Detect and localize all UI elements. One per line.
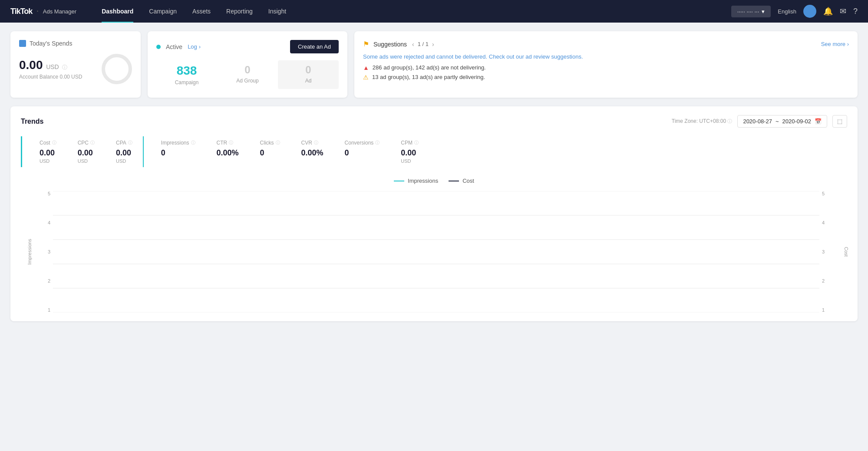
cpa-info-icon[interactable]: ⓘ	[128, 140, 132, 146]
spends-amount-block: 0.00 USD ⓘ Account Balance 0.00 USD	[19, 58, 82, 80]
cpm-value: 0.00	[401, 148, 419, 158]
chevron-down-icon: ▾	[762, 8, 765, 15]
language-selector[interactable]: English	[778, 8, 796, 15]
cpm-info-icon[interactable]: ⓘ	[414, 140, 419, 146]
suggestions-title: Suggestions	[373, 41, 407, 48]
tiktok-logo-text: TikTok	[10, 7, 32, 16]
logo: TikTok · Ads Manager	[10, 7, 76, 16]
cost-legend-line	[449, 181, 459, 181]
y-tick-1: 1	[43, 307, 50, 313]
suggestions-nav: ‹ 1 / 1 ›	[411, 41, 435, 48]
nav-reporting[interactable]: Reporting	[218, 0, 261, 23]
account-label: ····· ···· ···	[737, 8, 759, 15]
suggestions-header: ⚑ Suggestions ‹ 1 / 1 › See more ›	[363, 40, 849, 48]
campaign-count: 838	[163, 64, 210, 78]
cpc-info-icon[interactable]: ⓘ	[90, 140, 95, 146]
y-right-tick-5: 5	[822, 191, 830, 196]
cost-label: Cost	[40, 140, 50, 146]
y-axis-right: 5 4 3 2 1	[819, 191, 830, 313]
warning-text: 13 ad group(s), 13 ad(s) are partly deli…	[372, 74, 485, 80]
help-icon[interactable]: ?	[853, 7, 858, 16]
cvr-value: 0.00%	[301, 148, 323, 158]
trends-header: Trends Time Zone: UTC+08:00 ⓘ 2020-08-27…	[21, 115, 847, 128]
metrics-right-group: Impressions ⓘ 0 CTR ⓘ 0.00% Clicks ⓘ	[144, 136, 847, 167]
sugg-prev-button[interactable]: ‹	[411, 41, 415, 48]
log-label: Log	[188, 43, 197, 50]
y-tick-2: 2	[43, 278, 50, 283]
metric-clicks: Clicks ⓘ 0	[250, 136, 291, 167]
sugg-next-button[interactable]: ›	[431, 41, 435, 48]
nav-dashboard[interactable]: Dashboard	[94, 0, 141, 23]
suggestions-main-alert[interactable]: Some ads were rejected and cannot be del…	[363, 53, 849, 60]
impressions-info-icon[interactable]: ⓘ	[191, 140, 195, 146]
metric-cvr: CVR ⓘ 0.00%	[291, 136, 334, 167]
y-axis-right-label: Cost	[844, 247, 849, 257]
cpm-unit: USD	[401, 158, 419, 164]
impressions-value: 0	[161, 148, 195, 158]
spends-body: 0.00 USD ⓘ Account Balance 0.00 USD	[19, 54, 132, 84]
avatar[interactable]	[803, 5, 816, 18]
cpa-label: CPA	[116, 140, 126, 146]
account-button[interactable]: ····· ···· ··· ▾	[731, 6, 771, 17]
calendar-icon: 📅	[815, 118, 822, 125]
create-ad-button[interactable]: Create an Ad	[290, 40, 339, 53]
nav-campaign[interactable]: Campaign	[141, 0, 185, 23]
spends-card-title: Today's Spends	[30, 40, 72, 47]
spends-info-icon[interactable]: ⓘ	[62, 64, 67, 70]
cards-row: Today's Spends 0.00 USD ⓘ Account Balanc…	[10, 31, 858, 98]
main-content: Today's Spends 0.00 USD ⓘ Account Balanc…	[0, 23, 868, 330]
chart-container: Impressions Cost 5 4 3 2 1	[21, 191, 847, 313]
cost-info-icon[interactable]: ⓘ	[52, 140, 56, 146]
spends-currency: USD	[46, 63, 59, 70]
impressions-label: Impressions	[161, 140, 189, 146]
y-right-tick-2: 2	[822, 278, 830, 283]
trends-controls: Time Zone: UTC+08:00 ⓘ 2020-08-27 ~ 2020…	[672, 115, 847, 128]
metric-ctr: CTR ⓘ 0.00%	[206, 136, 250, 167]
cvr-label: CVR	[301, 140, 312, 146]
cost-unit: USD	[40, 158, 56, 164]
date-start: 2020-08-27	[743, 118, 772, 125]
clicks-info-icon[interactable]: ⓘ	[276, 140, 280, 146]
campaign-label: Campaign	[163, 79, 210, 86]
ctr-info-icon[interactable]: ⓘ	[229, 140, 233, 146]
mail-icon[interactable]: ✉	[840, 7, 846, 16]
metric-cost: Cost ⓘ 0.00 USD	[29, 136, 67, 167]
y-tick-5: 5	[43, 191, 50, 196]
y-tick-3: 3	[43, 249, 50, 254]
conversions-info-icon[interactable]: ⓘ	[375, 140, 380, 146]
see-more-link[interactable]: See more ›	[821, 41, 849, 47]
suggestions-error-item: ▲ 286 ad group(s), 142 ad(s) are not del…	[363, 64, 849, 71]
active-card-header: Active Log › Create an Ad	[156, 40, 339, 53]
trends-title: Trends	[21, 118, 43, 125]
nav-assets[interactable]: Assets	[185, 0, 218, 23]
cvr-info-icon[interactable]: ⓘ	[314, 140, 318, 146]
log-link[interactable]: Log ›	[188, 43, 201, 50]
spends-balance: Account Balance 0.00 USD	[19, 74, 82, 80]
ctr-label: CTR	[217, 140, 228, 146]
timezone-label: Time Zone: UTC+08:00 ⓘ	[672, 118, 733, 125]
nav-links: Dashboard Campaign Assets Reporting Insi…	[94, 0, 294, 23]
export-button[interactable]: ⬚	[832, 115, 847, 128]
metrics-left-group: Cost ⓘ 0.00 USD CPC ⓘ 0.00 USD C	[22, 136, 144, 167]
ad-count: 0	[285, 64, 332, 76]
spends-card-header: Today's Spends	[19, 40, 132, 47]
nav-insight[interactable]: Insight	[261, 0, 294, 23]
y-axis-left: 5 4 3 2 1	[43, 191, 53, 313]
cost-legend-label: Cost	[462, 178, 474, 184]
chart-legend: Impressions Cost	[21, 178, 847, 184]
warning-icon: ⚠	[363, 74, 369, 81]
impressions-legend-label: Impressions	[408, 178, 438, 184]
ad-group-stat: 0 Ad Group	[217, 60, 278, 89]
metric-conversions: Conversions ⓘ 0	[334, 136, 391, 167]
y-right-tick-4: 4	[822, 220, 830, 225]
date-range-button[interactable]: 2020-08-27 ~ 2020-09-02 📅	[737, 115, 827, 128]
cpa-unit: USD	[116, 158, 132, 164]
chart-svg	[53, 191, 819, 313]
error-icon: ▲	[363, 64, 369, 71]
cost-legend: Cost	[449, 178, 474, 184]
timezone-info-icon[interactable]: ⓘ	[727, 119, 732, 124]
chart-with-axes: 5 4 3 2 1	[43, 191, 830, 313]
spends-icon	[19, 40, 26, 47]
notification-icon[interactable]: 🔔	[823, 7, 833, 16]
active-stats: 838 Campaign 0 Ad Group 0 Ad	[156, 60, 339, 89]
